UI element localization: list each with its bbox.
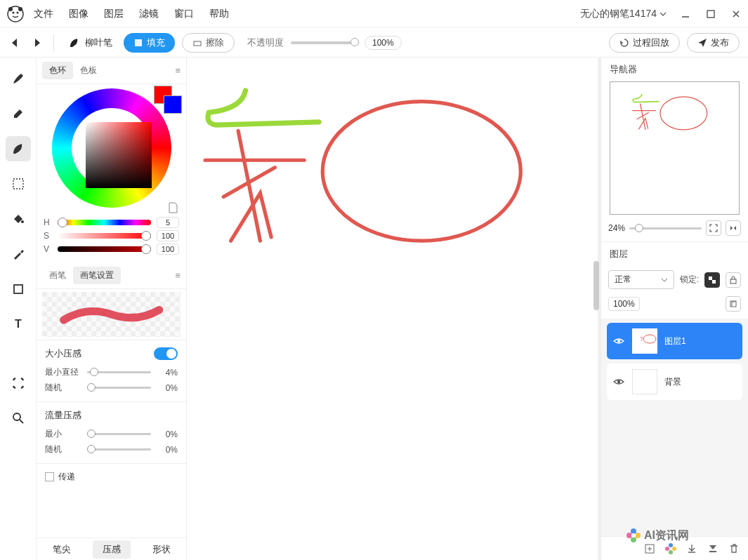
svg-point-33 [626,533,632,538]
navigator-thumbnail[interactable] [610,81,740,215]
menu-bar: 文件 图像 图层 滤镜 窗口 帮助 [34,8,229,20]
layer-opacity-value[interactable]: 100% [608,297,640,311]
size-random-value: 0% [157,383,178,393]
color-swatch-pair[interactable] [154,86,183,115]
val-value[interactable]: 100 [157,244,179,255]
undo-button[interactable] [8,36,22,50]
svg-rect-15 [709,276,712,280]
layer-opacity-extra-button[interactable] [726,296,741,312]
tab-tip[interactable]: 笔尖 [43,540,81,559]
transfer-checkbox[interactable] [45,472,54,481]
watermark: AI资讯网 [626,528,689,543]
svg-point-30 [631,528,636,534]
tab-pressure[interactable]: 压感 [93,540,131,559]
visibility-toggle[interactable] [612,375,625,388]
transfer-label: 传递 [58,471,75,483]
hue-slider[interactable] [58,220,151,225]
menu-filter[interactable]: 滤镜 [139,8,159,20]
svg-rect-7 [194,41,201,46]
minimize-button[interactable] [679,8,692,20]
tool-zoom[interactable] [6,406,31,431]
svg-point-31 [635,533,641,538]
tool-select[interactable] [6,171,31,196]
min-diameter-label: 最小直径 [45,366,81,378]
tool-transform[interactable] [6,371,31,396]
menu-layer[interactable]: 图层 [104,8,124,20]
fit-screen-button[interactable] [706,220,721,236]
tab-shape[interactable]: 形状 [143,540,181,559]
fill-mode-button[interactable]: 填充 [124,33,175,53]
svg-rect-5 [707,11,714,18]
brush-name-label: 柳叶笔 [85,36,112,49]
tab-brush[interactable]: 画笔 [42,267,73,284]
send-icon [697,38,707,48]
min-diameter-slider[interactable] [87,371,151,373]
menu-window[interactable]: 窗口 [174,8,194,20]
flip-button[interactable] [726,220,741,236]
svg-point-9 [21,220,24,223]
visibility-toggle[interactable] [612,335,625,347]
watermark-flower-icon [626,528,641,543]
download-layer-button[interactable] [685,542,699,556]
flow-random-value: 0% [157,445,178,455]
publish-button[interactable]: 发布 [687,33,740,53]
color-wheel[interactable] [52,88,171,208]
flow-pressure-label: 流量压感 [45,409,81,422]
document-title[interactable]: 无心的钢笔14174 [580,8,667,20]
tool-leaf-brush[interactable] [6,136,31,161]
sat-value[interactable]: 100 [157,230,179,241]
tab-swatches[interactable]: 色板 [73,62,104,79]
flow-min-slider[interactable] [87,433,151,435]
hue-value[interactable]: 5 [157,217,179,228]
tool-text[interactable]: T [6,312,31,337]
flow-random-slider[interactable] [87,448,151,451]
panel-menu-icon[interactable]: ≡ [175,65,181,76]
merge-down-button[interactable] [706,542,720,556]
leaf-icon [68,36,81,49]
erase-mode-button[interactable]: 擦除 [182,33,235,53]
size-random-slider[interactable] [87,387,151,389]
opacity-slider[interactable] [291,41,357,44]
note-icon[interactable] [168,202,178,213]
history-icon [619,38,629,48]
nav-zoom-slider[interactable] [629,227,702,229]
menu-image[interactable]: 图像 [69,8,88,20]
background-swatch[interactable] [164,95,182,114]
tool-eyedropper[interactable] [6,241,31,267]
tool-eraser[interactable] [6,101,31,126]
lock-transparency-button[interactable] [704,272,720,288]
delete-layer-button[interactable] [727,542,741,556]
tool-bucket[interactable] [6,206,31,232]
canvas[interactable] [187,58,598,560]
sat-slider[interactable] [58,233,151,239]
brush-preset-selector[interactable]: 柳叶笔 [64,36,117,49]
maximize-button[interactable] [704,8,717,20]
layer-list: T 图层1 背景 [601,319,748,536]
opacity-value[interactable]: 100% [365,36,402,50]
svg-rect-6 [135,39,142,46]
lock-all-button[interactable] [726,272,741,288]
process-playback-button[interactable]: 过程回放 [609,33,680,53]
val-label: V [44,244,52,254]
size-pressure-toggle[interactable] [154,347,178,360]
brush-panel-menu-icon[interactable]: ≡ [175,270,181,281]
blend-mode-select[interactable]: 正常 [608,270,674,289]
tab-brush-settings[interactable]: 画笔设置 [73,267,121,284]
svg-point-22 [617,380,620,383]
sv-picker[interactable] [86,122,152,188]
menu-file[interactable]: 文件 [34,8,53,20]
layer-item-bg[interactable]: 背景 [607,364,742,400]
menu-help[interactable]: 帮助 [209,8,229,20]
redo-button[interactable] [29,36,44,50]
flow-min-value: 0% [157,429,178,439]
layer-item-1[interactable]: T 图层1 [607,323,742,359]
svg-point-28 [669,547,672,549]
val-slider[interactable] [58,246,151,252]
tool-shape[interactable] [6,276,31,302]
tool-brush[interactable] [6,66,31,91]
fill-icon [133,38,143,48]
close-button[interactable] [730,8,742,20]
tab-color-ring[interactable]: 色环 [42,62,73,79]
canvas-scrollbar[interactable] [593,261,599,310]
new-layer-button[interactable] [643,542,657,556]
